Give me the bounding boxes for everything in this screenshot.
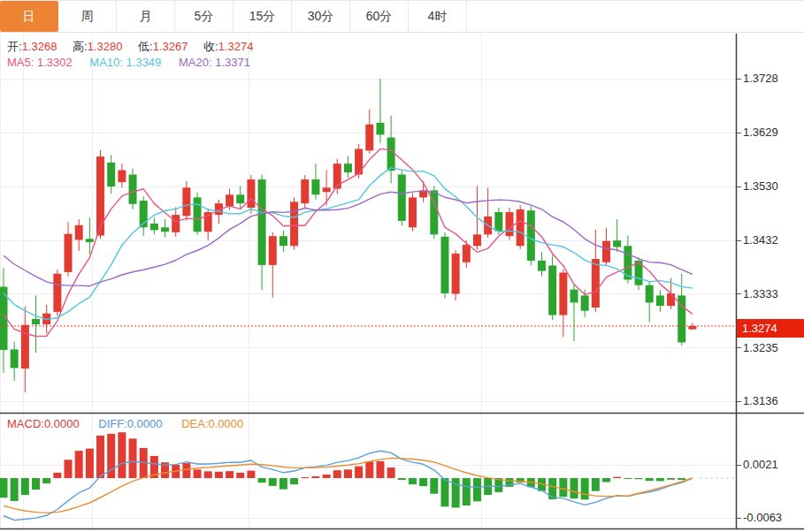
diff-line — [4, 451, 693, 520]
macd-bar — [311, 476, 319, 478]
candle — [236, 194, 244, 203]
ma10-line — [4, 168, 693, 320]
candle — [646, 285, 654, 303]
macd-bar — [592, 478, 600, 491]
macd-bar — [118, 432, 126, 478]
macd-bar — [365, 461, 373, 478]
tab-4hour[interactable]: 4时 — [409, 1, 467, 32]
candle — [602, 241, 610, 262]
macd-bar — [440, 478, 448, 506]
last-price-badge: 1.3274 — [737, 319, 804, 338]
macd-bar — [419, 478, 427, 486]
macd-value: MACD:0.0000 — [7, 417, 80, 430]
candle — [118, 171, 126, 183]
macd-bar — [182, 463, 190, 478]
candle — [376, 123, 384, 135]
macd-bar — [602, 478, 610, 483]
candle — [161, 227, 169, 232]
macd-bar — [430, 478, 438, 494]
macd-bar — [226, 471, 234, 478]
candle — [527, 210, 535, 261]
candle — [473, 234, 481, 246]
macd-bar — [96, 436, 104, 478]
macd-bar — [570, 478, 578, 498]
tab-15min[interactable]: 15分 — [234, 1, 292, 32]
macd-bar — [75, 451, 83, 478]
macd-bar — [301, 477, 309, 478]
candle — [290, 201, 298, 246]
candle — [21, 325, 29, 369]
macd-bar — [11, 478, 19, 501]
macd-bar — [42, 478, 50, 483]
tab-month[interactable]: 月 — [117, 1, 175, 32]
candle — [172, 215, 180, 232]
macd-bar — [32, 478, 40, 490]
macd-bar — [194, 469, 202, 478]
macd-bar — [646, 478, 654, 481]
candle — [570, 290, 578, 303]
tab-week[interactable]: 周 — [58, 1, 117, 32]
macd-bar — [21, 478, 29, 495]
candle — [279, 236, 287, 246]
tab-30min[interactable]: 30分 — [292, 1, 350, 32]
macd-bar — [344, 469, 352, 478]
macd-bar — [247, 471, 255, 478]
chart-canvas[interactable] — [0, 0, 804, 532]
tab-5min[interactable]: 5分 — [175, 1, 234, 32]
candle — [75, 225, 83, 240]
candle — [505, 212, 513, 236]
macd-bar — [333, 470, 341, 478]
macd-bar — [258, 478, 266, 483]
candle — [581, 295, 589, 310]
candle — [452, 254, 460, 294]
candles-layer — [0, 79, 696, 392]
macd-bar — [269, 478, 277, 486]
timeframe-tabbar: 日 周 月 5分 15分 30分 60分 4时 — [0, 0, 804, 33]
macd-bar — [290, 478, 298, 484]
tab-day[interactable]: 日 — [0, 1, 58, 32]
macd-bar — [279, 478, 287, 490]
candle — [538, 261, 546, 271]
candle — [613, 240, 621, 247]
candle — [86, 239, 94, 242]
low-value: 低:1.3267 — [138, 40, 188, 53]
candle — [129, 175, 137, 204]
candle — [258, 179, 266, 265]
y-axis-tick-label: 1.3432 — [743, 233, 801, 247]
macd-bar — [387, 467, 395, 478]
candle — [311, 179, 319, 194]
macd-axis-tick-label: 0.0021 — [743, 458, 801, 471]
macd-bar — [581, 478, 589, 499]
candle — [150, 224, 158, 230]
macd-bar — [376, 461, 384, 478]
candle — [226, 194, 234, 206]
tab-60min[interactable]: 60分 — [350, 1, 409, 32]
macd-bar — [86, 449, 94, 478]
candle — [344, 163, 352, 172]
y-axis-tick-label: 1.3333 — [743, 287, 801, 300]
macd-bar — [0, 478, 8, 498]
macd-bar — [65, 460, 73, 478]
y-axis-tick-label: 1.3629 — [743, 125, 801, 139]
ma20-value: MA20: 1.3371 — [179, 56, 250, 69]
candle — [247, 179, 255, 208]
macd-bar — [323, 475, 331, 478]
kline-chart-panel: 日 周 月 5分 15分 30分 60分 4时 开:1.3268 高:1.328… — [0, 0, 804, 532]
high-value: 高:1.3280 — [73, 40, 122, 53]
candle — [323, 187, 331, 192]
ma5-value: MA5: 1.3302 — [7, 56, 73, 69]
open-value: 开:1.3268 — [7, 40, 57, 53]
macd-bar — [624, 478, 632, 479]
ohlc-header: 开:1.3268 高:1.3280 低:1.3267 收:1.3274 — [7, 39, 265, 55]
candle — [409, 197, 417, 227]
macd-bar — [355, 467, 363, 478]
macd-bar — [204, 471, 212, 478]
macd-bar — [656, 478, 664, 481]
macd-axis-tick-label: -0.0063 — [743, 511, 801, 524]
candle — [592, 259, 600, 308]
candle — [96, 156, 104, 235]
dea-value: DEA:0.0000 — [181, 417, 243, 430]
candle — [32, 319, 40, 324]
diff-value: DIFF:0.0000 — [98, 417, 162, 430]
y-axis-tick-label: 1.3235 — [743, 341, 801, 354]
